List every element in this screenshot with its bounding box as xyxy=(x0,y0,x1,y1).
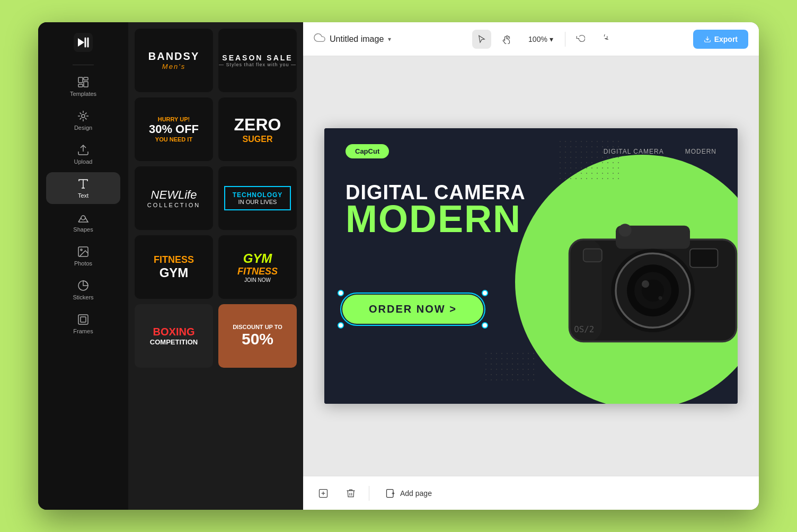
template-card-zero[interactable]: ZERO SUGER xyxy=(218,97,297,161)
template-card-bandsy[interactable]: BANDSY Men's xyxy=(135,29,213,92)
canvas-area[interactable]: OS/2 CapCut DIGITAL CAMERA MODERN xyxy=(303,56,759,476)
top-bar-right: Export xyxy=(693,30,748,49)
template-card-hurry[interactable]: HURRY UP! 30% OFF YOU NEED IT xyxy=(135,97,213,161)
sidebar-item-upload[interactable]: Upload xyxy=(46,138,120,170)
svg-rect-27 xyxy=(570,240,602,342)
template-card-discount[interactable]: DISCOUNT UP TO 50% xyxy=(218,304,297,368)
top-bar-center: 100% ▾ xyxy=(400,30,684,49)
svg-rect-23 xyxy=(690,249,718,268)
template-card-newlife[interactable]: NEWLife COLLECTION xyxy=(135,166,213,230)
handle-bl[interactable] xyxy=(338,322,344,329)
svg-rect-4 xyxy=(78,84,83,87)
dot-pattern-2 xyxy=(483,351,536,383)
canvas-wrapper: OS/2 CapCut DIGITAL CAMERA MODERN xyxy=(324,128,738,404)
svg-point-21 xyxy=(642,280,649,288)
svg-rect-3 xyxy=(84,82,88,87)
file-title[interactable]: Untitled image xyxy=(330,34,384,44)
canvas-logo-tag: CapCut xyxy=(346,144,389,158)
add-page-button[interactable]: Add page xyxy=(378,484,439,503)
svg-point-25 xyxy=(618,224,632,237)
svg-rect-12 xyxy=(81,317,86,322)
canvas-headline: DIGITAL CAMERA MODERN xyxy=(346,181,526,238)
svg-point-5 xyxy=(82,114,85,118)
bottom-separator xyxy=(369,486,369,501)
svg-point-22 xyxy=(659,296,662,300)
template-card-boxing[interactable]: BOXING COMPETITION xyxy=(135,304,213,368)
sidebar-item-photos[interactable]: Photos xyxy=(46,240,120,272)
sidebar-item-shapes[interactable]: Shapes xyxy=(46,206,120,238)
handle-br[interactable] xyxy=(482,322,488,329)
export-button[interactable]: Export xyxy=(693,30,748,49)
svg-rect-1 xyxy=(78,77,83,83)
app-logo[interactable] xyxy=(72,31,95,54)
sidebar-item-text[interactable]: Text xyxy=(46,172,120,204)
template-card-season[interactable]: SEASON SALE — Styles that flex with you … xyxy=(218,29,297,92)
zoom-control[interactable]: 100% ▾ xyxy=(523,32,559,47)
canvas-cta-button[interactable]: ORDER NOW > xyxy=(342,295,483,324)
top-bar-left: Untitled image ▾ xyxy=(314,32,391,46)
svg-point-9 xyxy=(81,249,82,251)
canvas-cta-wrapper[interactable]: ORDER NOW > xyxy=(340,292,485,326)
canvas-nav-links: DIGITAL CAMERA MODERN xyxy=(604,148,716,155)
app-window: Templates Design Upload Text xyxy=(38,22,759,510)
main-area: Untitled image ▾ 100% xyxy=(303,22,759,510)
sidebar-item-templates[interactable]: Templates xyxy=(46,70,120,102)
delete-button[interactable] xyxy=(341,484,360,503)
svg-point-7 xyxy=(81,216,85,220)
cloud-icon xyxy=(314,32,325,46)
handle-tr[interactable] xyxy=(482,290,488,296)
template-card-fitness[interactable]: FITNESS GYM xyxy=(135,235,213,299)
sidebar-divider xyxy=(73,65,94,65)
handle-tl[interactable] xyxy=(338,290,344,296)
canvas-nav: CapCut DIGITAL CAMERA MODERN xyxy=(346,144,716,158)
title-dropdown-arrow[interactable]: ▾ xyxy=(388,36,391,43)
bottom-bar: Add page xyxy=(303,476,759,510)
template-card-gym[interactable]: GYM FITNESS JOIN NOW xyxy=(218,235,297,299)
canvas-content: OS/2 CapCut DIGITAL CAMERA MODERN xyxy=(324,128,738,404)
top-bar: Untitled image ▾ 100% xyxy=(303,22,759,56)
redo-button[interactable] xyxy=(595,31,612,48)
canvas-camera: OS/2 xyxy=(557,181,738,372)
hand-tool-button[interactable] xyxy=(498,30,517,49)
sidebar-item-frames[interactable]: Frames xyxy=(46,308,120,340)
template-panel: BANDSY Men's SEASON SALE — Styles that f… xyxy=(128,22,303,510)
svg-rect-2 xyxy=(84,77,88,80)
sidebar: Templates Design Upload Text xyxy=(38,22,128,510)
sidebar-item-design[interactable]: Design xyxy=(46,104,120,136)
svg-rect-11 xyxy=(78,315,88,324)
select-tool-button[interactable] xyxy=(472,30,491,49)
canvas-btn-selection: ORDER NOW > xyxy=(340,292,485,326)
sidebar-item-stickers[interactable]: Stickers xyxy=(46,274,120,306)
toolbar-separator xyxy=(565,32,565,47)
template-card-tech[interactable]: TECHNOLOGY IN OUR LIVES xyxy=(218,166,297,230)
add-to-page-button[interactable] xyxy=(314,484,333,503)
undo-button[interactable] xyxy=(572,31,589,48)
